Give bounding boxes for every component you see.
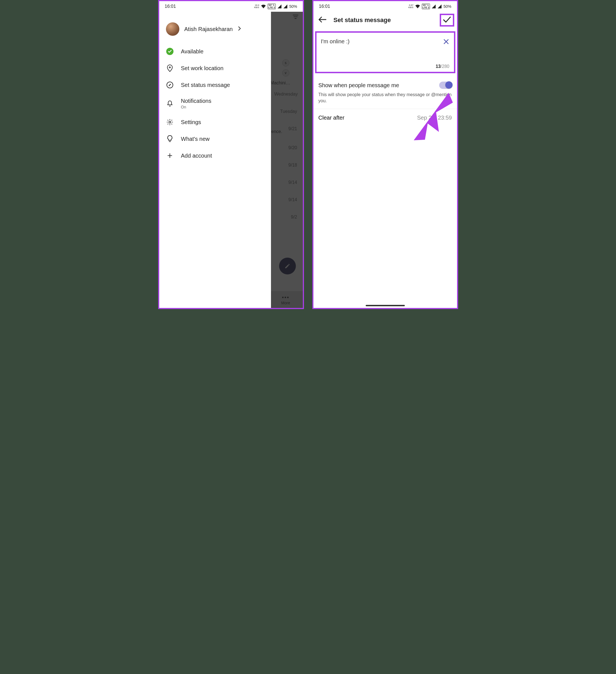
profile-row[interactable]: Atish Rajasekharan [159, 17, 271, 43]
chevron-right-icon [238, 26, 241, 32]
clear-after-label: Clear after [319, 115, 345, 121]
presence-row[interactable]: Available [159, 43, 271, 60]
data-rate: 0.87 KB/S [408, 4, 413, 9]
avatar [166, 22, 179, 36]
status-input-value: I'm online :) [321, 38, 450, 45]
lightbulb-icon [166, 135, 174, 143]
presence-label: Available [181, 48, 204, 55]
lte-badge: Vo° 1 LTE 2 [422, 4, 430, 9]
show-when-message-toggle[interactable] [439, 82, 452, 89]
show-when-message-label: Show when people message me [319, 82, 399, 89]
add-account-row[interactable]: Add account [159, 147, 271, 164]
clock: 16:01 [319, 4, 330, 9]
notifications-sublabel: On [181, 105, 212, 109]
char-counter: 13/280 [436, 64, 450, 69]
side-drawer: Atish Rajasekharan Available Set work lo… [159, 12, 271, 308]
checkmark-icon [443, 16, 451, 23]
clear-after-value: Sep 29, 23:59 [417, 115, 452, 121]
location-plus-icon [166, 64, 174, 72]
svg-point-1 [169, 121, 171, 123]
whats-new-row[interactable]: What's new [159, 130, 271, 147]
data-rate: 18.0 KB/S [254, 4, 259, 9]
clock: 16:01 [165, 4, 176, 9]
status-message-row[interactable]: Set status message [159, 77, 271, 93]
available-status-icon [166, 48, 173, 55]
user-name: Atish Rajasekharan [184, 26, 233, 32]
page-title: Set status message [334, 16, 435, 24]
phone-left-screenshot: 16:01 18.0 KB/S Vo° 1 LTE 2 50% [158, 0, 304, 309]
close-icon [443, 38, 450, 45]
work-location-label: Set work location [181, 65, 224, 72]
clear-after-row[interactable]: Clear after Sep 29, 23:59 [314, 109, 457, 127]
confirm-button[interactable] [440, 14, 454, 26]
wifi-icon [261, 4, 266, 8]
status-message-label: Set status message [181, 82, 230, 88]
show-when-message-row[interactable]: Show when people message me [314, 76, 457, 91]
settings-row[interactable]: Settings [159, 114, 271, 130]
phone-right-screenshot: 16:01 0.87 KB/S Vo° 1 LTE 2 50% Set st [312, 0, 458, 309]
bell-icon [166, 100, 174, 108]
notifications-label: Notifications [181, 98, 212, 104]
app-bar: Set status message [314, 12, 457, 28]
battery-percent: 50% [443, 4, 451, 9]
notifications-row[interactable]: Notifications On [159, 93, 271, 114]
signal-icon [432, 4, 436, 8]
back-button[interactable] [316, 15, 329, 25]
clear-status-button[interactable] [443, 38, 450, 46]
wifi-icon [415, 4, 420, 8]
whats-new-label: What's new [181, 136, 210, 142]
signal-icon [277, 4, 282, 8]
gear-icon [166, 118, 174, 126]
battery-percent: 50% [289, 4, 297, 9]
status-bar: 16:01 18.0 KB/S Vo° 1 LTE 2 50% [159, 1, 303, 12]
work-location-row[interactable]: Set work location [159, 60, 271, 77]
signal-icon-2 [283, 4, 287, 8]
status-bar: 16:01 0.87 KB/S Vo° 1 LTE 2 50% [314, 1, 457, 12]
plus-icon [166, 152, 174, 159]
signal-icon-2 [438, 4, 442, 8]
lte-badge: Vo° 1 LTE 2 [268, 4, 276, 9]
show-when-message-description: This will show people your status when t… [314, 91, 457, 109]
edit-circle-icon [166, 81, 174, 89]
home-indicator [366, 305, 405, 306]
status-input-card[interactable]: I'm online :) 13/280 [315, 31, 455, 73]
add-account-label: Add account [181, 152, 212, 159]
settings-label: Settings [181, 119, 201, 125]
